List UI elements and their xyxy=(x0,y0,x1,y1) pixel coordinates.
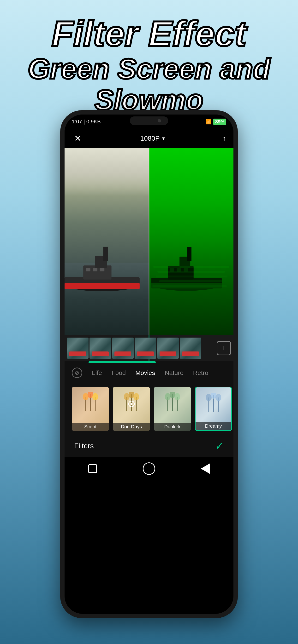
filter-dreamy-preview xyxy=(196,388,231,422)
filter-dogdays-label: Dog Days xyxy=(113,422,150,431)
filter-thumbnails: Scent xyxy=(65,382,233,435)
phone-screen: 1:07 | 0,9KB 📶 89% ✕ xyxy=(65,114,233,614)
filters-check-button[interactable]: ✓ xyxy=(215,440,224,452)
filter-cat-nature[interactable]: Nature xyxy=(165,369,184,376)
horizon-mist xyxy=(65,148,149,196)
network-icon: 📶 xyxy=(205,119,211,124)
nav-stop-button[interactable] xyxy=(85,462,100,476)
svg-point-39 xyxy=(175,393,180,400)
notch xyxy=(130,116,168,125)
status-right: 📶 89% xyxy=(205,118,226,125)
camera-dot xyxy=(158,119,161,122)
timeline-thumb-6 xyxy=(180,338,201,359)
filter-dunkirk-preview xyxy=(154,387,191,422)
close-button[interactable]: ✕ xyxy=(72,132,84,144)
headline-line1: Filter Effect xyxy=(19,14,279,54)
svg-point-23 xyxy=(92,393,98,400)
filter-scent-label: Scent xyxy=(72,422,109,431)
resolution-selector[interactable]: 1080P ▼ xyxy=(140,135,166,142)
filter-cat-food[interactable]: Food xyxy=(112,369,126,376)
headline-section: Filter Effect Green Screen and Slowmo xyxy=(0,0,298,125)
svg-point-31 xyxy=(130,403,132,405)
status-bar: 1:07 | 0,9KB 📶 89% xyxy=(65,114,233,129)
phone-wrapper: 1:07 | 0,9KB 📶 89% ✕ xyxy=(60,110,238,618)
stop-icon xyxy=(88,464,97,473)
top-bar: ✕ 1080P ▼ ↑ xyxy=(65,129,233,148)
filters-bar-label: Filters xyxy=(74,442,94,450)
home-icon xyxy=(143,462,155,475)
status-time: 1:07 | 0,9KB xyxy=(72,118,101,125)
timeline-thumb-5 xyxy=(157,338,179,359)
timeline-thumb-3 xyxy=(112,338,134,359)
back-icon xyxy=(201,463,210,474)
filter-cat-movies[interactable]: Movies xyxy=(135,369,155,376)
svg-point-29 xyxy=(133,393,139,400)
filter-dogdays[interactable]: Dog Days xyxy=(113,387,150,431)
svg-rect-7 xyxy=(93,268,97,272)
timeline-thumb-1 xyxy=(67,338,89,359)
video-left-normal xyxy=(65,148,149,335)
filter-scent-preview xyxy=(72,387,109,422)
export-button[interactable]: ↑ xyxy=(222,134,226,143)
svg-rect-14 xyxy=(187,247,192,261)
video-right-green xyxy=(149,148,233,335)
filter-cat-none[interactable]: ⊘ xyxy=(72,368,82,378)
nav-back-button[interactable] xyxy=(198,462,213,476)
filter-progress xyxy=(65,361,233,363)
filter-dunkirk-label: Dunkirk xyxy=(154,422,191,431)
battery-icon: 89% xyxy=(213,118,226,125)
split-divider xyxy=(149,148,150,335)
boat-left-svg xyxy=(65,237,149,296)
svg-point-45 xyxy=(215,394,221,401)
timeline-thumb-4 xyxy=(135,338,156,359)
filter-progress-bar xyxy=(89,361,156,363)
filter-cat-life[interactable]: Life xyxy=(92,369,102,376)
filter-dogdays-preview xyxy=(113,387,150,422)
timeline-thumb-2 xyxy=(89,338,111,359)
bottom-nav xyxy=(65,457,233,480)
filter-dreamy[interactable]: Dreamy xyxy=(195,387,232,431)
filter-cat-retro[interactable]: Retro xyxy=(193,369,209,376)
filter-dreamy-label: Dreamy xyxy=(196,422,231,430)
filters-bar: Filters ✓ xyxy=(65,435,233,457)
filter-categories: ⊘ Life Food Movies Nature Retro xyxy=(65,363,233,382)
resolution-arrow: ▼ xyxy=(161,136,166,141)
phone-outer: 1:07 | 0,9KB 📶 89% ✕ xyxy=(60,110,238,618)
svg-rect-5 xyxy=(103,247,108,261)
svg-rect-2 xyxy=(65,283,140,289)
svg-rect-8 xyxy=(100,268,105,272)
add-clip-button[interactable]: + xyxy=(217,341,231,355)
app-container: Filter Effect Green Screen and Slowmo 1:… xyxy=(0,0,298,125)
filter-dunkirk[interactable]: Dunkirk xyxy=(154,387,191,431)
water-ripples xyxy=(149,263,233,335)
video-preview xyxy=(65,148,233,335)
timeline[interactable]: + xyxy=(65,335,233,361)
headline-line2: Green Screen and Slowmo xyxy=(19,54,279,116)
svg-rect-6 xyxy=(86,268,90,272)
filter-scent[interactable]: Scent xyxy=(72,387,109,431)
nav-home-button[interactable] xyxy=(142,462,156,476)
